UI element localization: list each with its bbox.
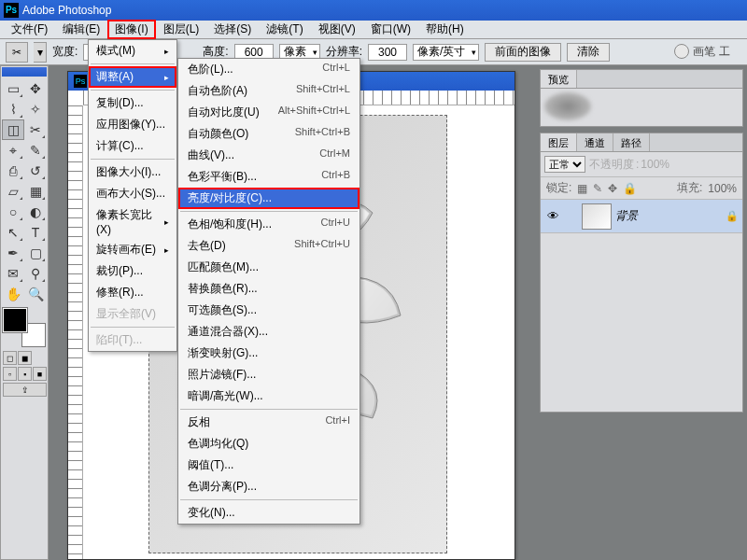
menu-calculations[interactable]: 计算(C)...: [89, 135, 176, 157]
lock-icon: 🔒: [726, 210, 739, 222]
notes-tool[interactable]: ✉: [2, 263, 24, 284]
pen-tool[interactable]: ✒: [2, 243, 24, 263]
adj-autolevels[interactable]: 自动色阶(A)Shift+Ctrl+L: [178, 80, 359, 102]
adj-variations[interactable]: 变化(N)...: [178, 502, 359, 524]
menu-adjustments[interactable]: 调整(A)▸: [89, 66, 176, 88]
screen-mode-3-icon[interactable]: ■: [33, 367, 47, 381]
menu-trim[interactable]: 修整(R)...: [89, 282, 176, 303]
front-image-button[interactable]: 前面的图像: [485, 43, 561, 62]
dodge-tool[interactable]: ◐: [24, 202, 47, 222]
blend-mode-select[interactable]: 正常: [544, 156, 585, 173]
move-tool[interactable]: ✥: [24, 78, 47, 99]
menu-filter[interactable]: 滤镜(T): [259, 20, 310, 39]
lock-move-icon[interactable]: ✥: [608, 182, 617, 195]
adj-threshold[interactable]: 阈值(T)...: [178, 455, 359, 476]
resolution-unit-select[interactable]: 像素/英寸: [413, 44, 479, 61]
menu-crop[interactable]: 裁切(P)...: [89, 260, 176, 282]
adj-levels[interactable]: 色阶(L)...Ctrl+L: [178, 59, 359, 80]
adj-selectivecolor[interactable]: 可选颜色(S)...: [178, 300, 359, 321]
eyedropper-tool[interactable]: ⚲: [24, 263, 47, 284]
standard-mode-icon[interactable]: ◻: [3, 351, 17, 365]
lock-all-icon[interactable]: 🔒: [623, 182, 637, 195]
menu-canvas-size[interactable]: 画布大小(S)...: [89, 183, 176, 204]
channels-tab[interactable]: 通道: [577, 133, 613, 151]
navigator-tab[interactable]: 预览: [541, 70, 577, 88]
menu-pixel-aspect[interactable]: 像素长宽比(X)▸: [89, 204, 176, 239]
menu-layer[interactable]: 图层(L): [156, 20, 207, 39]
menu-edit[interactable]: 编辑(E): [55, 20, 107, 39]
menu-view[interactable]: 视图(V): [311, 20, 363, 39]
screen-mode-1-icon[interactable]: ▫: [3, 367, 17, 381]
menu-select[interactable]: 选择(S): [206, 20, 259, 39]
gradient-tool[interactable]: ▦: [24, 181, 47, 202]
tool-preset-dropdown[interactable]: ▾: [34, 42, 47, 63]
hand-tool[interactable]: ✋: [2, 284, 24, 304]
menu-image-size[interactable]: 图像大小(I)...: [89, 161, 176, 183]
wand-tool[interactable]: ✧: [24, 99, 47, 119]
menu-reveal-all: 显示全部(V): [89, 303, 176, 325]
adj-gradientmap[interactable]: 渐变映射(G)...: [178, 343, 359, 364]
foreground-color[interactable]: [3, 308, 27, 332]
brush-tab-label: 画笔: [693, 44, 715, 60]
menu-apply-image[interactable]: 应用图像(Y)...: [89, 114, 176, 135]
adj-invert[interactable]: 反相Ctrl+I: [178, 412, 359, 433]
menu-mode[interactable]: 模式(M)▸: [89, 40, 176, 62]
layers-tab[interactable]: 图层: [541, 133, 577, 151]
lasso-tool[interactable]: ⌇: [2, 99, 24, 119]
jump-to-button[interactable]: ⇪: [3, 383, 47, 397]
quickmask-mode-icon[interactable]: ◼: [18, 351, 32, 365]
menu-rotate-canvas[interactable]: 旋转画布(E)▸: [89, 239, 176, 260]
shape-tool[interactable]: ▢: [24, 243, 47, 263]
menu-file[interactable]: 文件(F): [4, 20, 55, 39]
history-brush-tool[interactable]: ↺: [24, 161, 47, 181]
palette-grip[interactable]: [2, 67, 47, 77]
adj-photofilter[interactable]: 照片滤镜(F)...: [178, 364, 359, 385]
menu-window[interactable]: 窗口(W): [363, 20, 418, 39]
adj-autocontrast[interactable]: 自动对比度(U)Alt+Shift+Ctrl+L: [178, 102, 359, 123]
photoshop-icon: Ps: [74, 75, 87, 88]
path-select-tool[interactable]: ↖: [2, 222, 24, 243]
slice-tool[interactable]: ✂: [24, 119, 47, 140]
type-tool[interactable]: T: [24, 222, 47, 243]
adj-shadowhighlight[interactable]: 暗调/高光(W)...: [178, 385, 359, 407]
layer-name[interactable]: 背景: [615, 208, 726, 224]
crop-tool[interactable]: ◫: [2, 119, 24, 140]
opacity-label: 不透明度: [589, 157, 634, 173]
eraser-tool[interactable]: ▱: [2, 181, 24, 202]
screen-mode-2-icon[interactable]: ▪: [18, 367, 32, 381]
app-title: Adobe Photoshop: [22, 4, 111, 17]
adj-brightness-contrast[interactable]: 亮度/对比度(C)...: [178, 188, 359, 209]
stamp-tool[interactable]: ⎙: [2, 161, 24, 181]
adj-replacecolor[interactable]: 替换颜色(R)...: [178, 278, 359, 300]
adj-equalize[interactable]: 色调均化(Q): [178, 433, 359, 455]
brush-panel-toggle[interactable]: 画笔 工: [674, 41, 740, 62]
clear-button[interactable]: 清除: [567, 43, 610, 62]
menu-help[interactable]: 帮助(H): [418, 20, 472, 39]
adj-channelmixer[interactable]: 通道混合器(X)...: [178, 321, 359, 343]
adj-desaturate[interactable]: 去色(D)Shift+Ctrl+U: [178, 235, 359, 257]
menu-image[interactable]: 图像(I): [107, 20, 155, 39]
visibility-icon[interactable]: 👁: [544, 209, 561, 223]
zoom-tool[interactable]: 🔍: [24, 284, 47, 304]
menu-duplicate[interactable]: 复制(D)...: [89, 92, 176, 114]
adj-autocolor[interactable]: 自动颜色(O)Shift+Ctrl+B: [178, 123, 359, 145]
brush-tool[interactable]: ✎: [24, 140, 47, 161]
layer-thumbnail[interactable]: [582, 203, 612, 230]
crop-tool-preset[interactable]: ✂: [6, 42, 28, 63]
blur-tool[interactable]: ○: [2, 202, 24, 222]
marquee-tool[interactable]: ▭: [2, 78, 24, 99]
paths-tab[interactable]: 路径: [613, 133, 650, 151]
color-swatches[interactable]: [3, 308, 46, 347]
vertical-ruler[interactable]: [68, 105, 83, 559]
heal-tool[interactable]: ⌖: [2, 140, 24, 161]
adj-posterize[interactable]: 色调分离(P)...: [178, 476, 359, 497]
navigator-thumbnail[interactable]: [544, 92, 591, 120]
layer-row-background[interactable]: 👁 背景 🔒: [541, 200, 742, 233]
lock-paint-icon[interactable]: ✎: [593, 182, 602, 195]
adj-colorbalance[interactable]: 色彩平衡(B)...Ctrl+B: [178, 166, 359, 188]
adj-curves[interactable]: 曲线(V)...Ctrl+M: [178, 145, 359, 166]
adj-huesat[interactable]: 色相/饱和度(H)...Ctrl+U: [178, 214, 359, 235]
adj-matchcolor[interactable]: 匹配颜色(M)...: [178, 257, 359, 278]
resolution-input[interactable]: [368, 44, 407, 61]
lock-transparency-icon[interactable]: ▦: [577, 182, 587, 195]
